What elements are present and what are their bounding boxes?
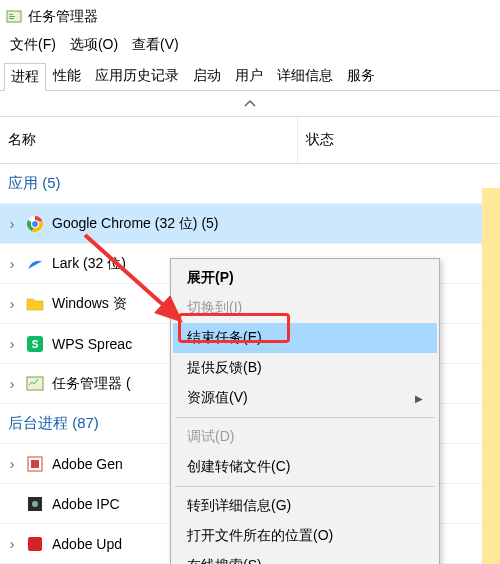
menu-search-online[interactable]: 在线搜索(S)	[173, 551, 437, 564]
chevron-right-icon[interactable]: ›	[6, 296, 18, 312]
section-apps: 应用 (5)	[0, 164, 500, 204]
menu-feedback[interactable]: 提供反馈(B)	[173, 353, 437, 383]
column-headers: 名称 状态	[0, 117, 500, 164]
chevron-right-icon[interactable]: ›	[6, 376, 18, 392]
chevron-right-icon[interactable]: ›	[6, 256, 18, 272]
tab-startup[interactable]: 启动	[186, 62, 228, 90]
svg-rect-13	[28, 537, 42, 551]
adobe-upd-icon	[26, 535, 44, 553]
row-label: Google Chrome (32 位) (5)	[52, 215, 494, 233]
tab-performance[interactable]: 性能	[46, 62, 88, 90]
row-chrome[interactable]: › Google Chrome (32 位) (5)	[0, 204, 500, 244]
chrome-icon	[26, 215, 44, 233]
folder-icon	[26, 295, 44, 313]
column-status-header[interactable]: 状态	[298, 117, 500, 163]
tab-processes[interactable]: 进程	[4, 63, 46, 91]
tab-services[interactable]: 服务	[340, 62, 382, 90]
menu-resource-label: 资源值(V)	[187, 389, 248, 407]
chevron-right-icon[interactable]: ›	[6, 456, 18, 472]
menu-resource[interactable]: 资源值(V) ▶	[173, 383, 437, 413]
collapse-row[interactable]	[0, 91, 500, 117]
chevron-right-icon[interactable]: ›	[6, 336, 18, 352]
tabbar: 进程 性能 应用历史记录 启动 用户 详细信息 服务	[0, 62, 500, 91]
tab-users[interactable]: 用户	[228, 62, 270, 90]
menu-separator	[175, 486, 435, 487]
svg-rect-2	[9, 16, 15, 17]
svg-text:S: S	[32, 339, 39, 350]
section-background-label: 后台进程	[8, 414, 68, 431]
menu-goto-details[interactable]: 转到详细信息(G)	[173, 491, 437, 521]
wps-icon: S	[26, 335, 44, 353]
menu-options[interactable]: 选项(O)	[70, 36, 118, 54]
column-name-header[interactable]: 名称	[0, 117, 298, 163]
menu-file[interactable]: 文件(F)	[10, 36, 56, 54]
chevron-right-icon[interactable]: ›	[6, 216, 18, 232]
menu-expand-label: 展开(P)	[187, 269, 234, 287]
taskmgr-icon	[26, 375, 44, 393]
context-menu: 展开(P) 切换到(I) 结束任务(E) 提供反馈(B) 资源值(V) ▶ 调试…	[170, 258, 440, 564]
heat-strip	[482, 188, 500, 564]
tab-history[interactable]: 应用历史记录	[88, 62, 186, 90]
svg-point-12	[32, 501, 38, 507]
adobe-ipc-icon	[26, 495, 44, 513]
menu-switch-to: 切换到(I)	[173, 293, 437, 323]
svg-rect-3	[9, 18, 14, 19]
chevron-up-icon	[243, 96, 257, 112]
chevron-right-icon: ▶	[415, 393, 423, 404]
menu-debug: 调试(D)	[173, 422, 437, 452]
menu-dump[interactable]: 创建转储文件(C)	[173, 452, 437, 482]
menu-expand[interactable]: 展开(P)	[173, 263, 437, 293]
section-apps-count: (5)	[42, 174, 60, 191]
lark-icon	[26, 255, 44, 273]
section-apps-label: 应用	[8, 174, 38, 191]
menu-end-task[interactable]: 结束任务(E)	[173, 323, 437, 353]
window-title: 任务管理器	[28, 8, 98, 26]
svg-rect-10	[31, 460, 39, 468]
menu-view[interactable]: 查看(V)	[132, 36, 179, 54]
section-background-count: (87)	[72, 414, 99, 431]
tab-details[interactable]: 详细信息	[270, 62, 340, 90]
menu-open-location[interactable]: 打开文件所在的位置(O)	[173, 521, 437, 551]
menu-separator	[175, 417, 435, 418]
chevron-right-icon[interactable]: ›	[6, 536, 18, 552]
titlebar: 任务管理器	[0, 0, 500, 30]
adobe-icon	[26, 455, 44, 473]
svg-point-5	[32, 220, 39, 227]
taskmgr-icon	[6, 9, 22, 25]
menubar: 文件(F) 选项(O) 查看(V)	[0, 30, 500, 62]
svg-rect-1	[9, 14, 13, 15]
